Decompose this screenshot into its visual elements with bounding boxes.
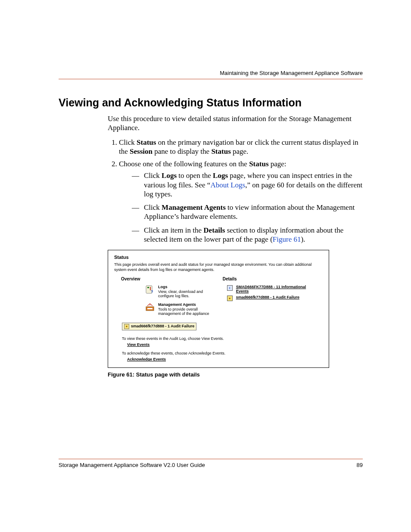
agents-icon: [145, 302, 155, 312]
selected-text: smad666fk77d888 - 1 Audit Failure: [131, 324, 194, 329]
view-events-text: To view these events in the Audit Log, c…: [122, 336, 323, 341]
overview-heading: Overview: [121, 277, 223, 281]
warn-icon: ●: [227, 296, 233, 301]
selected-detail-bar: ●smad666fk77d888 - 1 Audit Failure: [122, 323, 196, 330]
sub-bullets: Click Logs to open the Logs page, where …: [132, 171, 363, 244]
bullet-agents: Click Management Agents to view informat…: [132, 203, 363, 221]
footer-doc-title: Storage Management Appliance Software V2…: [59, 462, 205, 468]
agents-label: Management Agents: [158, 302, 214, 307]
info-icon: i: [227, 285, 233, 291]
bullet-details: Click an item in the Details section to …: [132, 226, 363, 244]
figure-caption: Figure 61: Status page with details: [108, 371, 363, 378]
status-description: This page provides overall event and aud…: [114, 262, 323, 272]
status-page-screenshot: Status This page provides overall event …: [108, 250, 329, 368]
step-1: Click Status on the primary navigation b…: [119, 138, 363, 156]
intro-paragraph: Use this procedure to view detailed stat…: [108, 114, 363, 133]
detail-warn-row[interactable]: ● smad666fk77d888 - 1 Audit Failure: [223, 295, 323, 301]
svg-text:?: ?: [151, 289, 153, 294]
bullet-logs: Click Logs to open the Logs page, where …: [132, 171, 363, 199]
section-title: Viewing and Acknowledging Status Informa…: [59, 96, 363, 109]
figure-61-link[interactable]: Figure 61: [273, 235, 301, 243]
detail-info-row[interactable]: i SMAD666FK77D888 - 11 Informational Eve…: [223, 285, 323, 293]
footer-page-number: 89: [357, 462, 363, 468]
detail-warn-text: smad666fk77d888 - 1 Audit Failure: [236, 295, 299, 299]
status-keyword: Status: [137, 138, 156, 146]
logs-desc: View, clear, download and configure log …: [158, 289, 203, 298]
steps-list: Click Status on the primary navigation b…: [108, 138, 363, 244]
svg-point-6: [149, 305, 150, 305]
details-heading: Details: [223, 277, 323, 281]
about-logs-link[interactable]: About Logs: [210, 181, 245, 189]
session-keyword: Session: [130, 147, 153, 156]
step-2: Choose one of the following features on …: [119, 159, 363, 244]
warn-icon: ●: [124, 324, 129, 329]
svg-rect-1: [147, 287, 149, 288]
ack-events-text: To acknowledge these events, choose Ackn…: [122, 351, 323, 355]
figure-61: Status This page provides overall event …: [108, 250, 363, 378]
svg-rect-5: [147, 308, 153, 309]
logs-label: Logs: [158, 285, 214, 289]
agents-desc: Tools to provide overall management of t…: [158, 307, 209, 316]
logs-icon: ?: [145, 285, 155, 294]
acknowledge-events-link[interactable]: Acknowledge Events: [127, 357, 323, 361]
agents-item[interactable]: Management AgentsTools to provide overal…: [121, 302, 223, 316]
status-heading: Status: [114, 255, 323, 260]
running-header: Maintaining the Storage Management Appli…: [59, 70, 363, 79]
view-events-link[interactable]: View Events: [127, 342, 323, 347]
detail-info-text: SMAD666FK77D888 - 11 Informational Event…: [236, 285, 309, 293]
page-footer: Storage Management Appliance Software V2…: [59, 459, 363, 468]
logs-item[interactable]: ? LogsView, clear, download and configur…: [121, 285, 223, 298]
